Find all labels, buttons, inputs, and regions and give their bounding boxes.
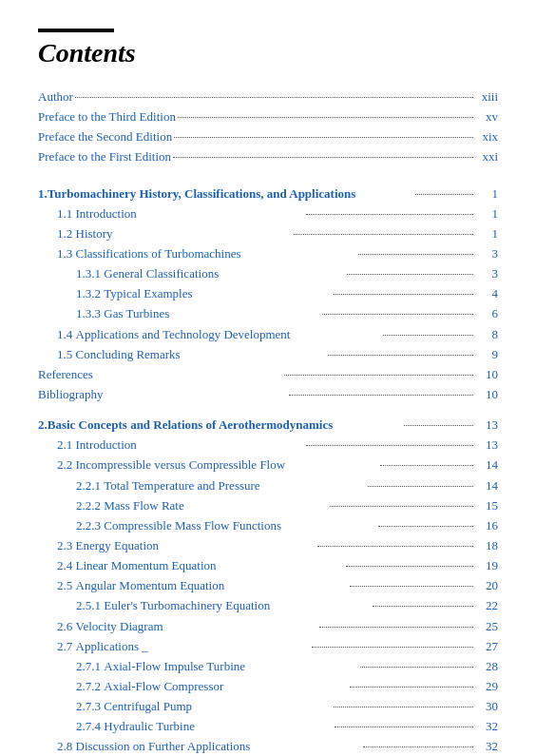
toc-entry: 1.3.1 General Classifications3: [38, 264, 498, 283]
entry-label: 1.2: [57, 224, 76, 243]
toc-entry: 1.3 Classifications of Turbomachines3: [38, 244, 498, 263]
dots: [335, 727, 473, 727]
entry-label: 2.1: [57, 436, 76, 455]
entry-title: Axial-Flow Impulse Turbine: [104, 657, 358, 676]
chapter-title: Basic Concepts and Relations of Aerother…: [48, 416, 402, 435]
dots: [373, 606, 473, 607]
entry-label: 2.3: [57, 536, 76, 555]
contents-title: Contents: [38, 38, 498, 68]
entry-title: Energy Equation: [76, 536, 316, 555]
entry-label: 2.7.1: [76, 657, 104, 676]
entry-label: 2.7.3: [76, 697, 104, 716]
toc-entry: 2.7.1 Axial-Flow Impulse Turbine28: [38, 657, 498, 676]
entry-label: 1.3.2: [76, 284, 104, 303]
prelim-entry: Preface to the Third Editionxv: [38, 107, 498, 126]
entry-page: 22: [475, 596, 498, 615]
toc-entry: 1.2 History1: [38, 224, 498, 243]
entry-title: General Classifications: [104, 264, 345, 283]
prelim-section: AuthorxiiiPreface to the Third Editionxv…: [38, 87, 498, 167]
entry-label: 1.3.1: [76, 264, 104, 283]
dots: [319, 627, 473, 628]
dots: [334, 294, 473, 295]
dots: [334, 707, 473, 708]
entry-label: 2.8: [57, 737, 76, 756]
entry-page: 16: [475, 516, 498, 535]
dots: [350, 586, 473, 587]
prelim-entry: Authorxiii: [38, 87, 498, 107]
toc-container: 1. Turbomachinery History, Classificatio…: [38, 184, 498, 756]
entry-label: 2.2.3: [76, 516, 104, 535]
entry-page: 10: [475, 385, 498, 404]
toc-entry: 2.5 Angular Momentum Equation20: [38, 576, 498, 595]
entry-page: 14: [475, 476, 498, 495]
toc-entry: 1.3.3 Gas Turbines6: [38, 304, 498, 323]
entry-title: Applications and Technology Development: [76, 325, 381, 344]
dots: [328, 355, 473, 356]
entry-page: 15: [475, 496, 498, 515]
entry-label: 1.3.3: [76, 304, 104, 323]
toc-entry: 2.2.2 Mass Flow Rate15: [38, 496, 498, 515]
entry-title: Velocity Diagram: [76, 617, 317, 636]
entry-title: Typical Examples: [104, 284, 332, 303]
entry-title: Compressible Mass Flow Functions: [104, 516, 376, 535]
dots: [289, 395, 473, 396]
entry-title: Applications _: [76, 637, 310, 656]
entry-page: 3: [475, 264, 498, 283]
dots: [350, 687, 473, 688]
entry-label: 1.5: [57, 345, 76, 364]
entry-title: Centrifugal Pump: [104, 697, 332, 716]
dots: [358, 254, 473, 255]
page-num: xiii: [475, 87, 498, 107]
entry-title: Angular Momentum Equation: [76, 576, 349, 595]
entry-label: Preface to the Third Edition: [38, 107, 176, 126]
entry-page: 1: [475, 224, 498, 243]
dots: [415, 194, 473, 195]
entry-page: 10: [475, 365, 498, 384]
dots: [330, 506, 473, 507]
toc-entry: 2.1 Introduction13: [38, 436, 498, 455]
entry-label: 2.2.1: [76, 476, 104, 495]
page-num: xix: [475, 127, 498, 146]
toc-entry: 2.7.2 Axial-Flow Compressor29: [38, 677, 498, 696]
entry-page: 32: [475, 717, 498, 736]
toc-entry: 2.7.3 Centrifugal Pump30: [38, 697, 498, 716]
dots: [380, 465, 473, 466]
entry-label: 2.5.1: [76, 596, 104, 615]
entry-page: 25: [475, 617, 498, 636]
dots: [284, 375, 473, 376]
entry-page: 3: [475, 244, 498, 263]
entry-page: 19: [475, 556, 498, 575]
chapter-page: 13: [475, 416, 498, 435]
entry-label: Author: [38, 87, 73, 107]
entry-title: History: [76, 224, 293, 243]
entry-page: 8: [475, 325, 498, 344]
toc-entry: Bibliography10: [38, 385, 498, 404]
toc-entry: 1.1 Introduction1: [38, 204, 498, 223]
entry-page: 9: [475, 345, 498, 364]
entry-label: 1.1: [57, 204, 76, 223]
dots: [294, 234, 473, 235]
entry-page: 6: [475, 304, 498, 323]
dots: [368, 486, 473, 487]
entry-page: 4: [475, 284, 498, 303]
entry-title: Euler's Turbomachinery Equation: [104, 596, 371, 615]
toc-entry: 2.8 Discussion on Further Applications32: [38, 737, 498, 756]
entry-title: Linear Momentum Equation: [76, 556, 344, 575]
toc-entry: 1.3.2 Typical Examples4: [38, 284, 498, 303]
entry-page: 29: [475, 677, 498, 696]
dots: [322, 314, 473, 315]
entry-page: 30: [475, 697, 498, 716]
dots: [360, 667, 473, 668]
entry-page: 1: [475, 204, 498, 223]
dots: [346, 566, 473, 567]
entry-label: 2.2.2: [76, 496, 104, 515]
entry-label: 1.3: [57, 244, 76, 263]
entry-title: Gas Turbines: [104, 304, 320, 323]
toc-entry: 2.3 Energy Equation18: [38, 536, 498, 555]
entry-page: 32: [475, 737, 498, 756]
prelim-entry: Preface the Second Editionxix: [38, 127, 498, 146]
entry-title: Mass Flow Rate: [104, 496, 328, 515]
page-num: xxi: [475, 147, 498, 166]
dots: [174, 137, 473, 138]
prelim-entry: Preface to the First Editionxxi: [38, 147, 498, 166]
